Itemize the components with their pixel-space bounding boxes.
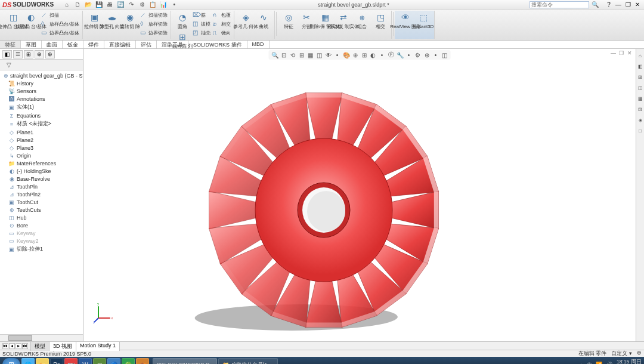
taskpane-tab-6[interactable]: ◈ <box>637 116 643 124</box>
taskbar-pinned[interactable]: 📁 <box>36 358 49 364</box>
ribbon-item[interactable]: ▭边界凸台/基体 <box>40 29 80 37</box>
view-triad[interactable]: y x z <box>93 302 114 323</box>
view-tool-14[interactable]: 🔧 <box>397 51 404 58</box>
tree-item[interactable]: ⊿ToothPln2 <box>0 190 83 198</box>
taskbar-window[interactable]: 📁I:\微信公众号\1... <box>218 358 278 364</box>
filter-icon[interactable]: ▽ <box>5 61 13 69</box>
tree-item[interactable]: ◇Plane3 <box>0 144 83 152</box>
instant3d-button[interactable]: ⬚Instant3D <box>414 11 432 30</box>
tree-item[interactable]: 📁MateReferences <box>0 159 83 167</box>
ribbon-item[interactable]: ▭边界切除 <box>139 29 169 37</box>
ribbon-item[interactable]: ⎌包覆 <box>212 11 232 19</box>
feature-tree[interactable]: ⊗ straight bevel gear_gb (GB - Straigh 📜… <box>0 70 83 334</box>
doc-close-icon[interactable]: ✕ <box>627 50 634 57</box>
view-tool-18[interactable]: • <box>432 51 439 58</box>
ribbon-item[interactable]: ⇄移动/复 制实体 <box>335 11 352 30</box>
tab-焊件[interactable]: 焊件 <box>83 41 104 48</box>
taskbar-pinned[interactable]: 🌐 <box>21 358 35 364</box>
view-tool-19[interactable]: ◫ <box>441 51 448 58</box>
help-icon[interactable]: ? <box>605 1 613 8</box>
realview-button[interactable]: 👁RealView 图形 <box>397 11 414 30</box>
command-search-input[interactable] <box>530 1 589 8</box>
tab-SOLIDWORKS 插件[interactable]: SOLIDWORKS 插件 <box>188 41 247 48</box>
taskbar-pinned[interactable]: ⊞ <box>93 358 106 364</box>
view-tool-12[interactable]: • <box>379 51 386 58</box>
tree-item[interactable]: ⊿ToothPln <box>0 183 83 190</box>
tab-渲染工具[interactable]: 渲染工具 <box>157 41 188 48</box>
ribbon-item[interactable]: ◰抽壳 <box>191 29 212 37</box>
panel-tab-1[interactable]: ☰ <box>13 50 23 58</box>
tree-item[interactable]: ▣实体(1) <box>0 103 83 112</box>
ref-geometry-button[interactable]: ◈参考几 何体 <box>237 11 255 30</box>
start-button[interactable]: ⊞ <box>2 358 20 364</box>
status-zoom-icon[interactable]: ⊕ <box>637 350 642 357</box>
tree-item[interactable]: ◇Plane1 <box>0 128 83 136</box>
taskpane-tab-7[interactable]: □ <box>637 127 643 135</box>
curves-button[interactable]: ∿曲线 <box>255 11 273 30</box>
status-custom-menu[interactable]: 自定义 ▾ <box>611 350 632 357</box>
search-icon[interactable]: 🔍 <box>592 1 599 8</box>
tabscroll-first[interactable]: ⏮ <box>2 343 8 349</box>
view-tool-16[interactable]: ⚙ <box>414 51 422 58</box>
tree-item[interactable]: 📜History <box>0 79 83 87</box>
ribbon-item[interactable]: ⟋扫描 <box>40 11 80 19</box>
qat-icon-6[interactable]: ↷ <box>128 1 135 8</box>
tree-item[interactable]: ◐(-) HoldingSke <box>0 167 83 175</box>
tree-root[interactable]: ⊗ straight bevel gear_gb (GB - Straigh <box>0 72 83 79</box>
taskpane-tab-3[interactable]: ◫ <box>637 84 643 92</box>
tree-item[interactable]: ▭Keyway2 <box>0 237 83 245</box>
view-tool-3[interactable]: ⊞ <box>298 51 305 58</box>
view-tool-7[interactable]: • <box>334 51 341 58</box>
tree-item[interactable]: ⊙Bore <box>0 221 83 229</box>
qat-icon-10[interactable]: • <box>171 1 178 8</box>
qat-icon-2[interactable]: 📂 <box>85 1 92 8</box>
tree-item[interactable]: ⊛TeethCuts <box>0 206 83 214</box>
panel-tab-4[interactable]: ⊛ <box>45 50 55 58</box>
view-tool-1[interactable]: ⊡ <box>280 51 287 58</box>
tree-item[interactable]: ◇Plane2 <box>0 136 83 144</box>
tab-直接编辑[interactable]: 直接编辑 <box>104 41 136 48</box>
tree-item[interactable]: 🅰Annotations <box>0 95 83 103</box>
revolve-cut-button[interactable]: ◉旋转切 除 <box>121 11 139 37</box>
bottom-tab-3D 视图[interactable]: 3D 视图 <box>49 341 76 351</box>
tray-network-icon[interactable]: 📶 <box>596 362 602 364</box>
ribbon-item[interactable]: ◔圆角 <box>174 11 191 30</box>
panel-tab-3[interactable]: ⊕ <box>35 50 44 58</box>
taskbar-window[interactable]: SWSOLIDWORKS P... <box>153 358 217 364</box>
ribbon-item[interactable]: ⌦筋 <box>191 11 212 19</box>
qat-icon-9[interactable]: 📊 <box>160 1 167 8</box>
view-tool-6[interactable]: 👁 <box>325 51 332 58</box>
tray-lang-icon[interactable]: ㊥ <box>587 361 592 365</box>
view-tool-5[interactable]: ◫ <box>316 51 323 58</box>
taskbar-pinned[interactable]: 🔵 <box>107 358 120 364</box>
view-tool-8[interactable]: 🎨 <box>343 51 350 58</box>
tree-item[interactable]: ▣切除-拉伸1 <box>0 245 83 254</box>
ribbon-item[interactable]: ⎍镜向 <box>212 29 232 37</box>
tabscroll-last[interactable]: ⏭ <box>22 343 28 349</box>
tabscroll-prev[interactable]: ◂ <box>9 343 15 349</box>
ribbon-item[interactable]: ◊放样凸台/基体 <box>40 20 80 28</box>
tree-item[interactable]: 📡Sensors <box>0 87 83 95</box>
view-tool-0[interactable]: 🔍 <box>271 51 278 58</box>
taskbar-pinned[interactable]: 🍂 <box>136 358 149 364</box>
tab-曲面[interactable]: 曲面 <box>42 41 63 48</box>
bottom-tab-Motion Study 1[interactable]: Motion Study 1 <box>76 341 120 351</box>
taskbar-pinned[interactable]: 🟢 <box>122 358 135 364</box>
taskbar-pinned[interactable]: 📷 <box>64 358 78 364</box>
ribbon-item[interactable]: ⎈组合 <box>353 11 371 30</box>
tab-评估[interactable]: 评估 <box>136 41 157 48</box>
taskpane-tab-5[interactable]: ⊡ <box>637 105 643 113</box>
graphics-viewport[interactable]: 🔍⊡⟲⊞▦◫👁•🎨⊕⊞◐•Ⓕ🔧•⚙⊛•◫ — ❐ ✕ <box>83 49 636 341</box>
hole-wizard-button[interactable]: 🕳异型孔 向导 <box>103 11 121 37</box>
qat-icon-7[interactable]: ⚙ <box>138 1 145 8</box>
tab-MBD[interactable]: MBD <box>247 41 270 48</box>
qat-icon-3[interactable]: 💾 <box>95 1 103 8</box>
tab-特征[interactable]: 特征 <box>0 41 21 48</box>
tab-草图[interactable]: 草图 <box>21 41 42 48</box>
tree-item[interactable]: ◫Hub <box>0 214 83 221</box>
doc-max-icon[interactable]: ❐ <box>619 50 626 57</box>
qat-icon-4[interactable]: 🖶 <box>106 1 113 8</box>
view-tool-4[interactable]: ▦ <box>307 51 314 58</box>
close-button[interactable]: ✕ <box>633 1 642 8</box>
qat-icon-8[interactable]: 📋 <box>149 1 156 8</box>
